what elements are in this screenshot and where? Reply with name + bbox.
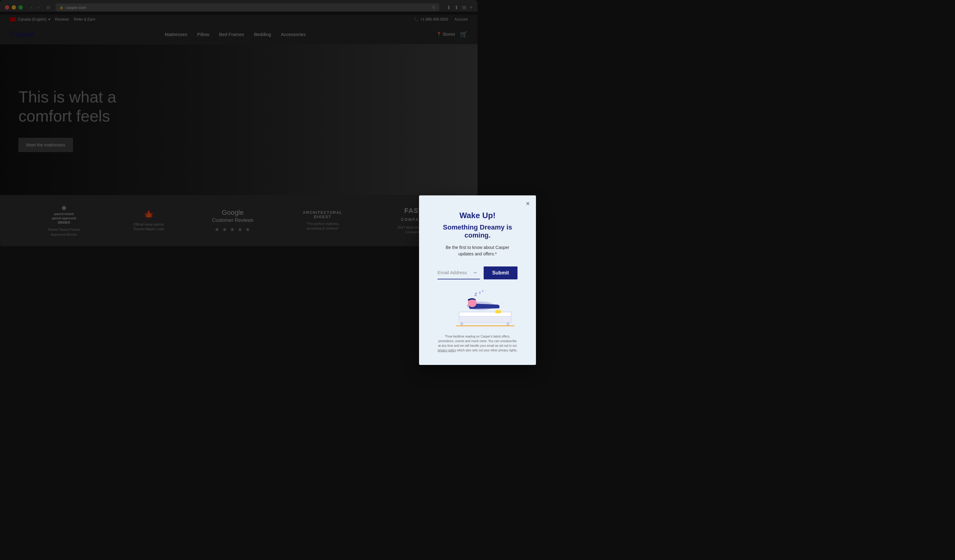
email-arrow-icon: → (473, 270, 478, 275)
email-input-wrapper: → (437, 266, 478, 279)
modal-title: Wake Up! (437, 211, 478, 220)
modal-subtitle: Something Dreamy is coming. (437, 224, 478, 239)
email-signup-modal: × Wake Up! Something Dreamy is coming. B… (419, 196, 478, 280)
email-input[interactable] (437, 267, 478, 278)
modal-overlay[interactable]: × Wake Up! Something Dreamy is coming. B… (0, 0, 478, 280)
email-form: → Submit (437, 266, 478, 279)
modal-description: Be the first to know about Casper update… (437, 244, 478, 257)
